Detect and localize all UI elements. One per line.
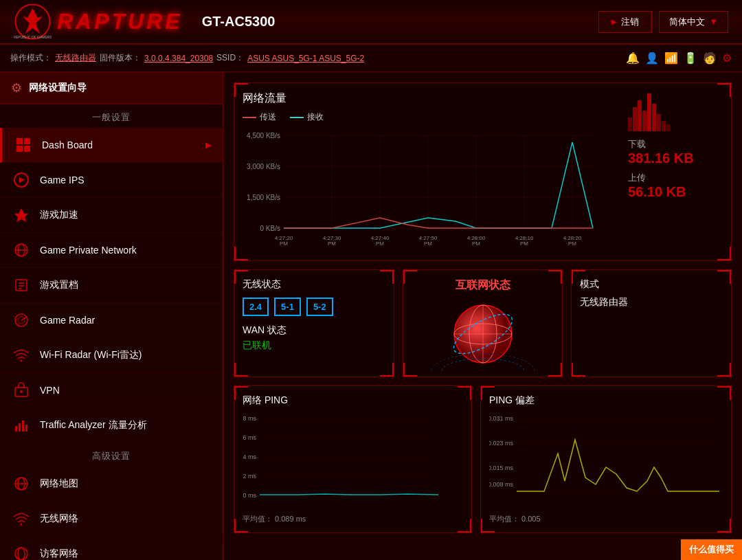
toolbar: 操作模式： 无线路由器 固件版本： 3.0.0.4.384_20308 SSID… <box>0 45 742 72</box>
game-ips-icon <box>11 170 32 190</box>
download-label: 下载 <box>628 138 724 150</box>
sidebar-item-guest-network[interactable]: 访客网络 <box>0 537 223 560</box>
firmware-value[interactable]: 3.0.0.4.384_20308 <box>144 54 213 63</box>
sidebar-item-game-ips[interactable]: Game IPS <box>0 163 223 198</box>
wireless-label: 无线网络 <box>40 513 78 525</box>
corner-bl <box>234 519 248 533</box>
ping-chart-svg: 8 ms 6 ms 4 ms 2 ms 0 ms <box>243 412 442 508</box>
svg-point-75 <box>431 354 535 371</box>
chart-legend: 传送 接收 <box>243 111 621 123</box>
sidebar-item-network-map[interactable]: 网络地图 <box>0 467 223 502</box>
legend-send: 传送 <box>243 111 276 123</box>
upload-value: 56.10 KB <box>628 184 724 200</box>
bar-7 <box>657 114 661 131</box>
corner-br <box>548 363 562 377</box>
gear-icon[interactable]: ⚙ <box>722 52 732 65</box>
sidebar-item-game-boost[interactable]: 游戏加速 <box>0 198 223 233</box>
content-area: 网络流量 传送 接收 <box>223 72 742 560</box>
sidebar-item-traffic-analyzer[interactable]: Traffic Analyzer 流量分析 <box>0 408 223 443</box>
main-layout: ⚙ 网络设置向导 一般设置 Dash Board ▶ Game IPS 游戏加速 <box>0 72 742 560</box>
sidebar-item-game-history[interactable]: 游戏置档 <box>0 268 223 303</box>
svg-text:3,000 KB/s: 3,000 KB/s <box>247 163 280 170</box>
band-5g-2[interactable]: 5-2 <box>306 298 333 316</box>
upload-label: 上传 <box>628 172 724 184</box>
ping-deviation-avg: 平均值： 0.005 <box>489 514 723 524</box>
wifi-icon[interactable]: 📶 <box>664 52 678 65</box>
language-button[interactable]: 简体中文 ▼ <box>659 11 728 33</box>
band-5g-1[interactable]: 5-1 <box>274 298 301 316</box>
game-radar-label: Game Radar <box>40 315 95 326</box>
traffic-analyzer-label: Traffic Analyzer 流量分析 <box>40 419 147 432</box>
corner-bl <box>481 519 495 533</box>
mode-value[interactable]: 无线路由器 <box>55 52 96 64</box>
rapture-title: RAPTURE <box>57 9 183 34</box>
network-map-icon <box>11 473 32 494</box>
general-settings-title: 一般设置 <box>0 104 223 128</box>
sidebar-item-vpn[interactable]: VPN <box>0 373 223 408</box>
login-button[interactable]: ▶ 注销 <box>598 11 652 33</box>
svg-text:PM: PM <box>328 240 336 247</box>
status-row: 无线状态 2.4 5-1 5-2 WAN 状态 已联机 互联网状态 <box>234 269 732 377</box>
game-private-network-icon <box>11 240 32 260</box>
bar-5 <box>647 93 651 131</box>
ping-avg: 平均值： 0.089 ms <box>243 514 463 524</box>
sidebar-item-game-radar[interactable]: Game Radar <box>0 303 223 338</box>
wifi-radar-icon <box>11 345 32 366</box>
svg-text:0 KB/s: 0 KB/s <box>260 225 280 232</box>
corner-tr <box>717 386 731 400</box>
orbit-arcs <box>428 350 538 371</box>
dashboard-arrow-icon: ▶ <box>205 140 212 150</box>
svg-point-31 <box>18 548 25 560</box>
guest-network-label: 访客网络 <box>40 548 78 560</box>
ssid-label: SSID： <box>216 52 244 64</box>
svg-point-21 <box>20 390 23 393</box>
corner-tr <box>717 270 731 284</box>
sidebar-item-wireless[interactable]: 无线网络 <box>0 502 223 537</box>
sidebar-item-network-setup[interactable]: ⚙ 网络设置向导 <box>0 72 223 104</box>
internet-status-title: 互联网状态 <box>456 278 510 293</box>
sidebar-item-game-private-network[interactable]: Game Private Network <box>0 233 223 268</box>
bell-icon[interactable]: 🔔 <box>626 52 640 65</box>
bar-9 <box>666 124 671 131</box>
svg-point-19 <box>21 360 23 362</box>
sidebar-item-wifi-radar[interactable]: Wi-Fi Radar (Wi-Fi雷达) <box>0 338 223 373</box>
game-boost-label: 游戏加速 <box>40 209 78 221</box>
bar-chart-decoration <box>628 90 724 131</box>
svg-text:PM: PM <box>424 240 432 247</box>
corner-tr <box>548 270 562 284</box>
svg-point-76 <box>442 359 524 371</box>
game-private-network-label: Game Private Network <box>40 245 137 256</box>
network-traffic-chart: 网络流量 传送 接收 <box>234 82 732 261</box>
svg-text:0 ms: 0 ms <box>243 492 256 499</box>
watermark: 什么值得买 <box>681 539 742 560</box>
corner-decoration-bl <box>234 247 248 260</box>
advanced-settings-title: 高级设置 <box>0 443 223 467</box>
user-icon[interactable]: 👤 <box>645 52 659 65</box>
guest-network-icon <box>11 544 32 560</box>
band-2g[interactable]: 2.4 <box>243 298 269 316</box>
vpn-label: VPN <box>40 385 60 396</box>
legend-recv: 接收 <box>290 111 324 123</box>
game-history-label: 游戏置档 <box>40 279 78 291</box>
corner-br <box>458 519 471 533</box>
corner-br <box>380 363 394 377</box>
toolbar-icons: 🔔 👤 📶 🔋 🧑 ⚙ <box>626 52 732 65</box>
ping-title: 网络 PING <box>243 394 463 407</box>
network-map-label: 网络地图 <box>40 478 78 490</box>
battery-icon[interactable]: 🔋 <box>684 52 697 65</box>
svg-text:8 ms: 8 ms <box>243 415 256 422</box>
corner-br <box>717 363 731 377</box>
wifi-radar-label: Wi-Fi Radar (Wi-Fi雷达) <box>40 349 142 361</box>
sidebar: ⚙ 网络设置向导 一般设置 Dash Board ▶ Game IPS 游戏加速 <box>0 72 223 560</box>
ssid-values[interactable]: ASUS ASUS_5G-1 ASUS_5G-2 <box>247 54 364 63</box>
svg-rect-5 <box>16 146 23 152</box>
ping-deviation-box: PING 偏差 0.031 ms 0.023 ms 0.015 ms 0.008… <box>480 385 732 533</box>
svg-marker-1 <box>23 8 43 34</box>
mode-label: 操作模式： <box>10 52 52 64</box>
person-icon[interactable]: 🧑 <box>703 52 717 65</box>
svg-text:0.031 ms: 0.031 ms <box>489 415 513 422</box>
header-buttons: ▶ 注销 简体中文 ▼ <box>598 11 728 33</box>
ping-row: 网络 PING 8 ms 6 ms 4 ms 2 ms 0 ms <box>234 385 732 533</box>
model-name: GT-AC5300 <box>202 14 276 30</box>
sidebar-item-dashboard[interactable]: Dash Board ▶ <box>0 128 223 163</box>
